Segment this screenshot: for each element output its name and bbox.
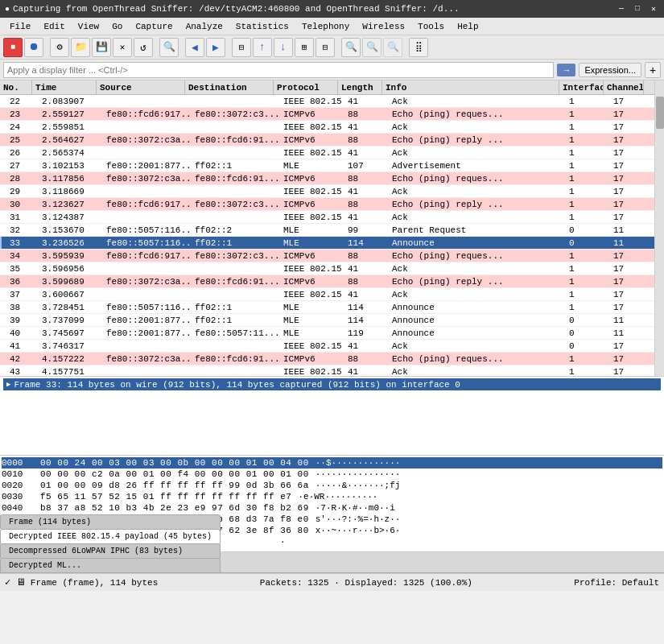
tab-3[interactable]: Decrypted ML... — [0, 558, 221, 572]
expression-btn[interactable]: Expression... — [579, 63, 641, 77]
table-row[interactable]: 252.564627fe80::3072:c3a...fe80::fcd6:91… — [0, 134, 654, 147]
cell: 36 — [6, 277, 39, 287]
table-row[interactable]: 283.117856fe80::3072:c3a...fe80::fcd6:91… — [0, 172, 654, 185]
hex-row[interactable]: 0000 00 00 24 00 03 00 03 00 0b 00 00 00… — [2, 457, 662, 469]
hex-row[interactable]: 0010 00 00 00 c2 0a 00 01 00 f4 00 00 00… — [2, 469, 662, 480]
toolbar-find[interactable]: 🔍 — [159, 38, 179, 57]
table-row[interactable]: 424.157222fe80::3072:c3a...fe80::fcd6:91… — [0, 353, 654, 365]
tab-0[interactable]: Frame (114 bytes) — [0, 514, 221, 529]
toolbar-options[interactable]: ⚙ — [50, 38, 69, 57]
table-row[interactable]: 303.123627fe80::fcd6:917...fe80::3072:c3… — [0, 198, 654, 211]
table-row[interactable]: 403.745697fe80::2001:877...fe80::5057:11… — [0, 327, 654, 340]
table-row[interactable]: 262.565374IEEE 802.15.441Ack117 — [0, 147, 654, 159]
table-row[interactable]: 373.600667IEEE 802.15.441Ack117 — [0, 288, 654, 301]
cell: Announce — [389, 328, 566, 338]
toolbar-scroll-up[interactable]: ↑ — [253, 38, 272, 57]
minimize-btn[interactable]: — — [616, 4, 627, 14]
tab-2[interactable]: Decompressed 6LoWPAN IPHC (83 bytes) — [0, 543, 221, 558]
toolbar-time-ref[interactable]: ⊞ — [295, 38, 314, 57]
cell: 4.157222 — [39, 354, 103, 364]
col-header-info: Info — [382, 80, 559, 94]
cell: MLE — [280, 238, 344, 248]
table-row[interactable]: 434.157751IEEE 802.15.441Ack117 — [0, 365, 654, 377]
table-row[interactable]: 222.083907IEEE 802.15.441Ack117 — [0, 95, 654, 108]
tree-item[interactable]: ▶User Datagram Protocol, Src Port: 19788… — [3, 439, 661, 451]
scrollbar-thumb[interactable] — [656, 97, 664, 129]
table-row[interactable]: 413.746317IEEE 802.15.441Ack017 — [0, 340, 654, 353]
table-row[interactable]: 343.595939fe80::fcd6:917...fe80::3072:c3… — [0, 250, 654, 262]
hex-offset: 0040 — [2, 503, 34, 513]
toolbar-open[interactable]: 📁 — [71, 38, 90, 57]
table-row[interactable]: 323.153670fe80::5057:116...ff02::2MLE99P… — [0, 224, 654, 237]
cell: fe80::2001:877... — [103, 316, 192, 325]
toolbar-close[interactable]: ✕ — [113, 38, 132, 57]
toolbar-forward[interactable]: ▶ — [206, 38, 225, 57]
toolbar-colorize[interactable]: ⊟ — [232, 38, 251, 57]
tree-label: IEEE 802.15.4 TAP — [14, 392, 104, 402]
cell: 1 — [566, 174, 610, 184]
menu-item-view[interactable]: View — [72, 20, 105, 33]
cell: 1 — [566, 187, 610, 196]
cell: 1 — [566, 264, 610, 274]
table-row[interactable]: 293.118669IEEE 802.15.441Ack117 — [0, 185, 654, 198]
tree-item[interactable]: ▶Internet Protocol Version 6, Src: fe80:… — [3, 427, 661, 439]
tree-item[interactable]: ▶IEEE 802.15.4 Data, Dst: Broadcast, Src… — [3, 402, 661, 415]
tab-1[interactable]: Decrypted IEEE 802.15.4 payload (45 byte… — [0, 529, 221, 544]
table-row[interactable]: 333.236526fe80::5057:116...ff02::1MLE114… — [0, 237, 654, 250]
tree-item[interactable]: ▶IEEE 802.15.4 TAP — [3, 390, 661, 402]
menu-item-capture[interactable]: Capture — [129, 20, 179, 33]
toolbar-reload[interactable]: ↺ — [134, 38, 153, 57]
cell: 34 — [6, 251, 39, 261]
cell: 41 — [344, 122, 389, 132]
cell: 1 — [566, 213, 610, 222]
filter-apply-btn[interactable]: → — [557, 64, 575, 76]
hex-row[interactable]: 0030 f5 65 11 57 52 15 01 ff ff ff ff ff… — [2, 491, 662, 502]
toolbar-back[interactable]: ◀ — [185, 38, 204, 57]
cell: 17 — [610, 161, 650, 171]
toolbar-zoom-reset[interactable]: 🔍 — [383, 38, 402, 57]
toolbar-time-mark[interactable]: ⊟ — [316, 38, 335, 57]
table-row[interactable]: 273.102153fe80::2001:877...ff02::1MLE107… — [0, 159, 654, 172]
toolbar-restart[interactable]: ⏺ — [24, 38, 43, 57]
table-row[interactable]: 363.599689fe80::3072:c3a...fe80::fcd6:91… — [0, 275, 654, 288]
packet-list-scrollbar[interactable] — [654, 80, 664, 377]
table-row[interactable]: 383.728451fe80::5057:116...ff02::1MLE114… — [0, 301, 654, 314]
cell: IEEE 802.15.4 — [280, 122, 344, 132]
menu-item-analyze[interactable]: Analyze — [179, 20, 229, 33]
toolbar-zoom-in[interactable]: 🔍 — [341, 38, 361, 57]
menu-item-help[interactable]: Help — [451, 20, 485, 33]
table-row[interactable]: 242.559851IEEE 802.15.441Ack117 — [0, 121, 654, 134]
table-row[interactable]: 232.559127fe80::fcd6:917...fe80::3072:c3… — [0, 108, 654, 121]
toolbar-columns[interactable]: ⣿ — [409, 38, 428, 57]
filter-input[interactable] — [3, 62, 554, 78]
menu-item-wireless[interactable]: Wireless — [356, 20, 411, 33]
cell: Parent Request — [389, 225, 566, 235]
cell: 3.124387 — [39, 213, 103, 222]
menu-item-tools[interactable]: Tools — [411, 20, 451, 33]
menu-item-file[interactable]: File — [3, 20, 37, 33]
toolbar-start-stop[interactable]: ■ — [3, 38, 23, 57]
cell: 17 — [610, 354, 650, 364]
close-btn[interactable]: ✕ — [648, 4, 659, 14]
hex-row[interactable]: 0040 b8 37 a8 52 10 b3 4b 2e 23 e9 97 6d… — [2, 502, 662, 514]
tree-item[interactable]: ▶Frame 33: 114 bytes on wire (912 bits),… — [3, 378, 661, 390]
toolbar-save[interactable]: 💾 — [92, 38, 111, 57]
table-row[interactable]: 393.737099fe80::2001:877...ff02::1MLE114… — [0, 314, 654, 327]
cell: MLE — [280, 225, 344, 235]
table-row[interactable]: 313.124387IEEE 802.15.441Ack117 — [0, 211, 654, 224]
toolbar-scroll-down[interactable]: ↓ — [274, 38, 293, 57]
menu-item-edit[interactable]: Edit — [37, 20, 71, 33]
menu-item-go[interactable]: Go — [105, 20, 129, 33]
cell: MLE — [280, 316, 344, 325]
toolbar-zoom-out[interactable]: 🔍 — [362, 38, 381, 57]
hex-row[interactable]: 0020 01 00 00 09 d8 26 ff ff ff ff ff 99… — [2, 480, 662, 491]
menu-item-statistics[interactable]: Statistics — [229, 20, 295, 33]
add-filter-btn[interactable]: + — [645, 62, 661, 78]
tree-label: Internet Protocol Version 6, Src: fe80::… — [14, 428, 402, 438]
table-row[interactable]: 353.596956IEEE 802.15.441Ack117 — [0, 262, 654, 275]
cell: Ack — [389, 367, 566, 377]
cell: Ack — [389, 122, 566, 132]
maximize-btn[interactable]: □ — [632, 4, 643, 14]
menu-item-telephony[interactable]: Telephony — [295, 20, 356, 33]
tree-item[interactable]: ▶6LoWPAN, Src: fe80::5057:1165:f56a:663b… — [3, 415, 661, 427]
